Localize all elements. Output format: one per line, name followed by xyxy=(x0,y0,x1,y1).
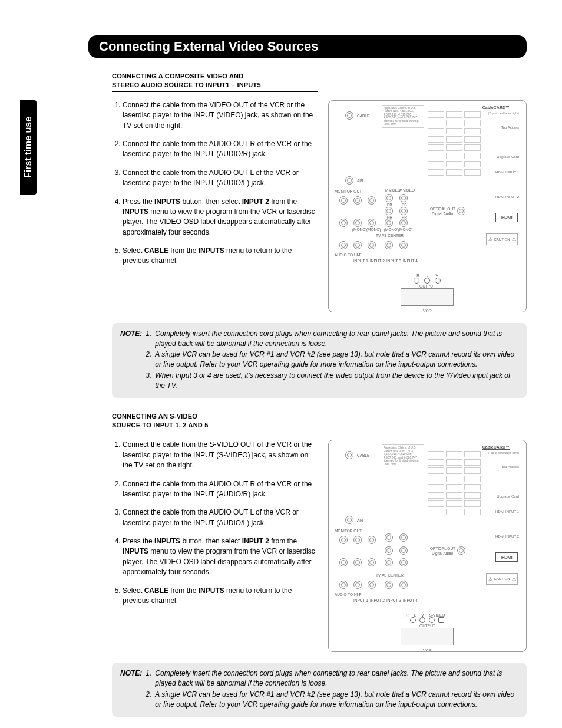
step-1: Connect the cable from the S-VIDEO OUT o… xyxy=(123,440,316,470)
jack-icon xyxy=(339,536,348,544)
vcr-output-row xyxy=(410,617,444,623)
jack-icon xyxy=(353,536,362,544)
jack-icon xyxy=(339,581,348,589)
step-5: Select CABLE from the INPUTS menu to ret… xyxy=(123,246,316,266)
output-label: OUTPUT xyxy=(419,624,435,628)
jack-v-icon xyxy=(435,278,441,284)
section-heading: CONNECTING A COMPOSITE VIDEO AND STEREO … xyxy=(112,72,527,90)
optical-jack-icon xyxy=(457,546,465,555)
input4-label: INPUT 4 xyxy=(403,259,418,263)
jack-icon xyxy=(399,581,408,589)
step-4: Press the INPUTS button, then select INP… xyxy=(123,536,316,578)
cablecard-sublabel: (Top of card faces right) xyxy=(488,111,519,115)
input3-label: INPUT 3 xyxy=(386,259,401,263)
jack-icon xyxy=(353,581,362,589)
caution-label: CAUTION xyxy=(486,573,518,585)
rlv-sv-labels: R L V S-VIDEO xyxy=(406,613,445,617)
hdmi2-label: HDMI INPUT 2 xyxy=(495,535,519,538)
jack-v-icon xyxy=(429,617,435,623)
mono-label-3: (MONO) xyxy=(384,228,399,232)
heading-rule xyxy=(112,431,318,431)
page-title: Connecting External Video Sources xyxy=(88,35,527,58)
note-item: When Input 3 or 4 are used, it's necessa… xyxy=(155,371,518,391)
note-label: NOTE: xyxy=(120,329,142,392)
jack-icon xyxy=(385,194,393,202)
jack-icon xyxy=(385,581,393,589)
jack-icon xyxy=(368,196,376,205)
pr-label-2: PR xyxy=(402,215,407,219)
connection-diagram: CABLE Apparatus Claims of U.S. Patent No… xyxy=(328,100,527,312)
input4-label: INPUT 4 xyxy=(403,598,418,602)
jack-icon xyxy=(399,207,408,215)
steps-list: Connect the cable from the S-VIDEO OUT o… xyxy=(112,440,316,614)
output-label: OUTPUT xyxy=(419,284,435,288)
jack-icon xyxy=(368,219,376,227)
jack-icon xyxy=(385,546,393,555)
hdmi2-label: HDMI INPUT 2 xyxy=(495,195,519,199)
steps-list: Connect the cable from the VIDEO OUT of … xyxy=(112,100,316,275)
tv-center-label: TV AS CENTER xyxy=(376,233,404,238)
jack-icon xyxy=(399,533,408,542)
pb-label: PB xyxy=(387,203,392,207)
jack-icon xyxy=(385,207,393,215)
tv-center-label: TV AS CENTER xyxy=(376,573,404,577)
jack-icon xyxy=(339,558,348,566)
hdmi1-label: HDMI INPUT 1 xyxy=(495,510,519,513)
air-jack-icon xyxy=(345,516,353,524)
step-2: Connect the cable from the AUDIO OUT R o… xyxy=(123,479,316,500)
cablecard-sublabel: (Top of card faces right) xyxy=(488,451,519,454)
side-tab: First time use xyxy=(20,100,37,195)
jack-icon xyxy=(368,241,376,249)
monitor-out-label: MONITOR OUT xyxy=(335,529,362,533)
topaccess-label: Top Access xyxy=(501,126,519,129)
cable-jack-icon xyxy=(345,111,353,120)
patent-text: Apparatus Claims of U.S. Patent Nos. 4,6… xyxy=(382,105,424,128)
note-item: A single VCR can be used for VCR #1 and … xyxy=(155,690,518,710)
pr-label: PR xyxy=(387,215,392,219)
step-3: Connect the cable from the AUDIO OUT L o… xyxy=(123,508,316,528)
jack-l-icon xyxy=(419,617,425,623)
step-5: Select CABLE from the INPUTS menu to ret… xyxy=(123,586,316,607)
jack-icon xyxy=(399,241,408,249)
jack-icon xyxy=(385,219,393,227)
audio-hifi-label: AUDIO TO HI-FI xyxy=(335,592,362,597)
upgrade-label: Upgrade Card xyxy=(497,495,519,498)
input2-label: INPUT 2 xyxy=(370,598,385,602)
vcr-icon xyxy=(401,288,454,306)
input3-label: INPUT 3 xyxy=(386,598,401,602)
jack-icon xyxy=(353,241,362,249)
cablecard-label: CableCARD™ xyxy=(482,445,510,449)
note-box-2: NOTE: 1.Completely insert the connection… xyxy=(112,663,527,716)
note-box-1: NOTE: 1.Completely insert the connection… xyxy=(112,323,527,398)
audio-hifi-label: AUDIO TO HI-FI xyxy=(335,253,362,257)
heading-line-2: STEREO AUDIO SOURCE TO INPUT1 – INPUT5 xyxy=(112,81,261,88)
cable-label: CABLE xyxy=(357,114,369,118)
step-4: Press the INPUTS button, then select INP… xyxy=(123,197,316,238)
jack-icon xyxy=(399,219,408,227)
topaccess-label: Top Access xyxy=(501,465,519,469)
mono-label-2: (MONO) xyxy=(366,228,381,232)
cable-label: CABLE xyxy=(357,453,369,457)
connection-diagram-svideo: CABLE Apparatus Claims of U.S. Patent No… xyxy=(328,440,527,652)
jack-icon xyxy=(353,558,362,566)
section-composite: CONNECTING A COMPOSITE VIDEO AND STEREO … xyxy=(112,72,527,312)
optical-out-label: OPTICAL OUT xyxy=(430,546,455,551)
vcr-label: VCR xyxy=(423,309,432,312)
step-3: Connect the cable from the AUDIO OUT L o… xyxy=(123,168,316,189)
jack-icon xyxy=(385,241,393,249)
pb-label-2: PB xyxy=(402,203,407,207)
jack-r-icon xyxy=(414,278,419,284)
jack-icon xyxy=(353,196,362,205)
air-jack-icon xyxy=(345,176,353,185)
jack-icon xyxy=(385,533,393,542)
optical-sub-label: Digital Audio xyxy=(432,212,453,216)
jack-l-icon xyxy=(424,278,430,284)
heading-line-1: CONNECTING AN S-VIDEO xyxy=(112,413,197,420)
patent-text: Apparatus Claims of U.S. Patent Nos. 4,6… xyxy=(382,444,424,467)
section-heading: CONNECTING AN S-VIDEO SOURCE TO INPUT 1,… xyxy=(112,412,527,430)
jack-icon xyxy=(353,219,362,227)
step-2: Connect the cable from the AUDIO OUT R o… xyxy=(123,139,316,160)
jack-svideo-icon xyxy=(438,617,444,623)
jack-icon xyxy=(385,558,393,566)
cable-jack-icon xyxy=(345,451,353,459)
